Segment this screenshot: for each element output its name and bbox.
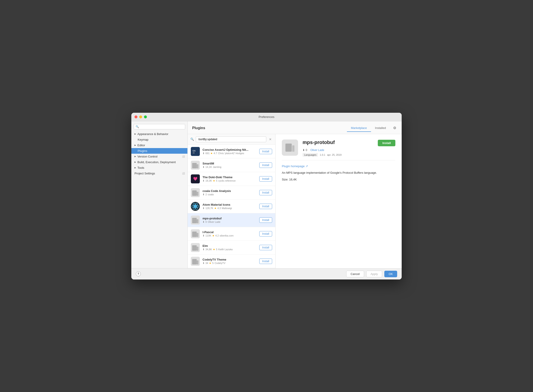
sidebar-search-box[interactable]: 🔍 xyxy=(133,124,185,129)
cancel-button[interactable]: Cancel xyxy=(346,271,364,277)
sidebar-item-label: Appearance & Behavior xyxy=(138,132,168,136)
download-count: 110K xyxy=(205,234,211,237)
gear-settings-button[interactable]: ⚙ xyxy=(392,125,397,131)
plugin-icon-doki xyxy=(191,174,200,183)
rating: 5 xyxy=(212,262,214,264)
plugin-meta: ⬇ 128,7K ★ 4.3 Mallowigi xyxy=(203,207,257,210)
plugins-title-row: Plugins Marketplace Installed ⚙ xyxy=(192,124,397,132)
sidebar-item-label: Tools xyxy=(138,166,144,169)
download-count: 0 xyxy=(306,149,307,152)
footer: ? Cancel Apply OK xyxy=(131,268,402,280)
rating: 4.3 xyxy=(217,207,221,210)
plugin-item-mps-protobuf[interactable]: mps-protobuf ⬇ 0 Oliver Lade Install xyxy=(188,213,275,227)
plugin-item-codelytv[interactable]: CodelyTV Theme ⬇ 34 ★ 5 CodelyTV Install xyxy=(188,255,275,268)
plugin-item-atom-material[interactable]: Atom Material Icons ⬇ 128,7K ★ 4.3 Mallo… xyxy=(188,200,275,213)
tab-installed[interactable]: Installed xyxy=(371,124,390,132)
plugin-meta: ⬇ 691 ★ 4.7 Chris 'platon42' Hodges xyxy=(203,152,257,155)
detail-homepage-link[interactable]: Plugin homepage ↗ xyxy=(282,164,308,168)
plugin-item-i-pascal[interactable]: I-Pascal ⬇ 110K ★ 4.2 siberika.com Insta… xyxy=(188,227,275,241)
plugin-icon-concise-assertj: CA 3D xyxy=(191,147,200,156)
ok-button[interactable]: OK xyxy=(384,271,397,277)
sidebar-item-project-settings[interactable]: Project Settings ⬜ xyxy=(131,171,187,176)
plugin-item-concise-assertj[interactable]: CA 3D Concise AssertJ Optimizing Nit... … xyxy=(188,145,275,159)
main-content: Plugins Marketplace Installed ⚙ 🔍 xyxy=(188,121,402,268)
plugin-item-coala[interactable]: coala Code Analysis ⬇ 2 coala Install xyxy=(188,186,275,200)
apply-button[interactable]: Apply xyxy=(366,271,382,277)
vcs-badge: ⬜ xyxy=(182,155,185,158)
window-body: 🔍 ▶ Appearance & Behavior Keymap ▶ Edito… xyxy=(131,121,402,268)
clear-search-button[interactable]: ✕ xyxy=(268,137,273,141)
sidebar-item-build[interactable]: ▶ Build, Execution, Deployment xyxy=(131,159,187,165)
rating: 5 xyxy=(216,179,217,182)
sidebar-item-editor[interactable]: ▶ Editor xyxy=(131,142,187,148)
detail-downloads: ⬇ 0 xyxy=(303,149,307,152)
sidebar-item-tools[interactable]: ▶ Tools xyxy=(131,165,187,171)
tab-marketplace[interactable]: Marketplace xyxy=(347,124,371,132)
detail-tag: Languages xyxy=(303,153,318,157)
maximize-button[interactable] xyxy=(144,115,147,118)
plugin-meta: ⬇ 14,1K Jamling xyxy=(203,166,257,168)
plugin-info-i-pascal: I-Pascal ⬇ 110K ★ 4.2 siberika.com xyxy=(203,230,257,237)
install-button-atom[interactable]: Install xyxy=(259,204,272,209)
detail-meta-row: ⬇ 0 Oliver Lade xyxy=(303,149,395,152)
plugin-icon-codelytv xyxy=(191,257,200,266)
plugins-title: Plugins xyxy=(192,126,205,130)
plugin-name: The Doki-Doki Theme xyxy=(203,176,257,179)
plugin-info-coala: coala Code Analysis ⬇ 2 coala xyxy=(203,189,257,196)
plugin-name: Concise AssertJ Optimizing Nit... xyxy=(203,148,257,151)
plugin-name: SmartIM xyxy=(203,162,257,165)
atom-icon-svg xyxy=(191,202,199,210)
footer-right: Cancel Apply OK xyxy=(346,271,397,277)
install-button-elm[interactable]: Install xyxy=(259,245,272,250)
author: siberika.com xyxy=(220,234,234,237)
author: Jamling xyxy=(213,166,221,168)
download-icon: ⬇ xyxy=(203,234,205,237)
install-button-concise-assertj[interactable]: Install xyxy=(259,149,272,154)
minimize-button[interactable] xyxy=(139,115,142,118)
plugin-info-elm: Elm ⬇ 34,8K ★ 5 Keith Lazuka xyxy=(203,244,257,251)
plugin-item-elm[interactable]: Elm ⬇ 34,8K ★ 5 Keith Lazuka Install xyxy=(188,241,275,255)
download-icon: ⬇ xyxy=(203,193,205,196)
close-button[interactable] xyxy=(134,115,138,118)
arrow-icon: ▶ xyxy=(134,133,136,135)
sidebar-item-appearance[interactable]: ▶ Appearance & Behavior xyxy=(131,131,187,137)
help-button[interactable]: ? xyxy=(136,271,141,276)
sidebar: 🔍 ▶ Appearance & Behavior Keymap ▶ Edito… xyxy=(131,121,188,268)
plugin-meta: ⬇ 19,3K ★ 5 cyclic-reference xyxy=(203,179,257,182)
plugin-item-smartim[interactable]: SmartIM ⬇ 14,1K Jamling Install xyxy=(188,159,275,172)
install-button-i-pascal[interactable]: Install xyxy=(259,231,272,237)
plugin-icon-smartim xyxy=(191,161,200,170)
download-icon: ⬇ xyxy=(203,248,205,251)
plugin-item-doki-doki[interactable]: The Doki-Doki Theme ⬇ 19,3K ★ 5 cyclic-r… xyxy=(188,172,275,186)
plugin-search-input[interactable] xyxy=(196,136,266,142)
plugin-name: Elm xyxy=(203,244,257,247)
plugin-meta: ⬇ 0 Oliver Lade xyxy=(203,220,257,224)
install-button-doki[interactable]: Install xyxy=(259,176,272,182)
sidebar-search-input[interactable] xyxy=(140,125,183,128)
window-controls xyxy=(134,115,147,118)
download-icon: ⬇ xyxy=(203,220,205,224)
arrow-icon: ▶ xyxy=(134,144,136,146)
author: cyclic-reference xyxy=(218,179,236,182)
install-button-codelytv[interactable]: Install xyxy=(259,259,272,264)
plugin-info-concise-assertj: Concise AssertJ Optimizing Nit... ⬇ 691 … xyxy=(203,148,257,155)
plugin-icon-coala xyxy=(191,188,200,197)
plugin-icon-mps-protobuf xyxy=(191,216,200,224)
detail-title: mps-protobuf xyxy=(303,140,335,145)
detail-plugin-icon-svg xyxy=(284,141,296,154)
download-count: 2 xyxy=(205,193,207,196)
sidebar-item-label: Plugins xyxy=(138,149,147,153)
rating: 4.7 xyxy=(214,152,217,155)
author: coala xyxy=(208,193,214,196)
install-button-mps-protobuf[interactable]: Install xyxy=(259,217,272,223)
sidebar-item-version-control[interactable]: ▶ Version Control ⬜ xyxy=(131,154,187,159)
sidebar-item-plugins[interactable]: Plugins xyxy=(131,148,187,154)
footer-left: ? xyxy=(136,271,141,276)
download-count: 34,8K xyxy=(205,248,212,251)
install-button-coala[interactable]: Install xyxy=(259,190,272,195)
detail-install-button[interactable]: Install xyxy=(378,140,395,146)
sidebar-item-keymap[interactable]: Keymap xyxy=(131,137,187,142)
detail-author[interactable]: Oliver Lade xyxy=(310,149,324,152)
install-button-smartim[interactable]: Install xyxy=(259,163,272,168)
plugin-name: coala Code Analysis xyxy=(203,189,257,193)
